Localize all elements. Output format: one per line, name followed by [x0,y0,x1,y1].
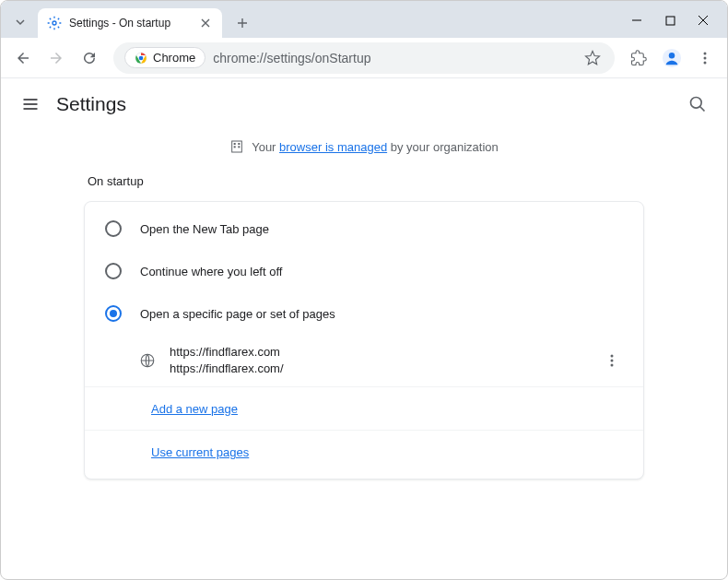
tab-title: Settings - On startup [69,17,198,30]
bookmark-button[interactable] [581,47,604,69]
svg-rect-11 [234,143,236,145]
radio-new-tab[interactable]: Open the New Tab page [85,207,643,250]
radio-continue[interactable]: Continue where you left off [85,250,643,292]
radio-label: Open a specific page or set of pages [140,307,335,321]
svg-point-8 [704,61,707,64]
radio-icon [105,305,122,322]
svg-point-17 [611,360,614,362]
reload-icon [81,50,98,66]
tab-search-button[interactable] [8,10,32,34]
chevron-down-icon [15,17,26,28]
radio-icon [105,220,122,237]
managed-link[interactable]: browser is managed [279,140,387,154]
radio-label: Continue where you left off [140,265,282,278]
puzzle-icon [630,50,647,66]
page-title: Settings [56,93,126,115]
reload-button[interactable] [75,43,104,73]
radio-specific-pages[interactable]: Open a specific page or set of pages [85,292,643,335]
window-titlebar: Settings - On startup [1,1,727,38]
arrow-left-icon [15,50,31,66]
menu-toggle-button[interactable] [19,93,41,115]
svg-point-0 [53,21,56,25]
svg-rect-12 [239,143,241,145]
svg-point-9 [691,98,702,109]
managed-text: Your browser is managed by your organiza… [252,140,499,154]
arrow-right-icon [48,50,65,66]
extensions-button[interactable] [624,43,653,73]
globe-icon [138,351,157,370]
page-more-button[interactable] [601,349,623,372]
chrome-logo-icon [135,52,147,65]
maximize-button[interactable] [653,6,687,34]
window-controls [620,6,720,34]
svg-point-3 [139,55,144,60]
add-page-row: Add a new page [85,386,643,430]
startup-page-item: https://findflarex.com https://findflare… [85,335,643,386]
forward-button[interactable] [41,43,71,73]
profile-avatar-icon [662,48,682,68]
profile-button[interactable] [657,43,687,73]
close-icon [698,15,709,26]
add-new-page-link[interactable]: Add a new page [151,402,238,416]
plus-icon [237,18,248,29]
building-icon [229,139,244,154]
use-current-pages-link[interactable]: Use current pages [151,445,249,459]
use-current-row: Use current pages [85,430,643,473]
svg-rect-13 [234,146,236,148]
settings-header: Settings [1,78,727,130]
back-button[interactable] [8,43,38,73]
radio-icon [105,263,122,279]
svg-rect-10 [232,141,242,152]
hamburger-icon [21,95,40,113]
radio-label: Open the New Tab page [140,222,269,236]
menu-button[interactable] [690,43,720,73]
managed-banner: Your browser is managed by your organiza… [1,130,727,163]
startup-page-title: https://findflarex.com [170,344,601,361]
browser-toolbar: Chrome chrome://settings/onStartup [1,38,727,78]
close-window-button[interactable] [687,6,720,34]
close-icon [201,18,210,28]
svg-point-6 [704,52,707,54]
minimize-button[interactable] [620,6,653,34]
svg-point-18 [611,364,614,367]
browser-tab[interactable]: Settings - On startup [38,8,222,38]
tab-close-button[interactable] [198,16,213,30]
search-settings-button[interactable] [687,93,709,115]
svg-rect-1 [666,17,675,25]
svg-rect-14 [239,146,241,148]
star-icon [584,50,601,66]
settings-content: On startup Open the New Tab page Continu… [1,174,727,479]
svg-point-5 [669,53,675,58]
new-tab-button[interactable] [229,10,255,36]
address-bar[interactable]: Chrome chrome://settings/onStartup [113,42,615,74]
site-chip[interactable]: Chrome [124,47,205,68]
minimize-icon [631,15,642,26]
startup-page-url: https://findflarex.com/ [170,361,601,377]
svg-point-7 [704,56,707,59]
startup-page-text: https://findflarex.com https://findflare… [170,344,601,377]
settings-gear-icon [47,16,62,30]
more-vertical-icon [605,353,619,368]
startup-card: Open the New Tab page Continue where you… [84,201,644,479]
svg-point-16 [611,355,614,358]
more-vertical-icon [698,51,712,65]
maximize-icon [665,16,675,26]
url-text: chrome://settings/onStartup [213,51,574,65]
site-chip-label: Chrome [153,51,195,65]
section-title: On startup [88,174,644,188]
search-icon [688,95,707,113]
